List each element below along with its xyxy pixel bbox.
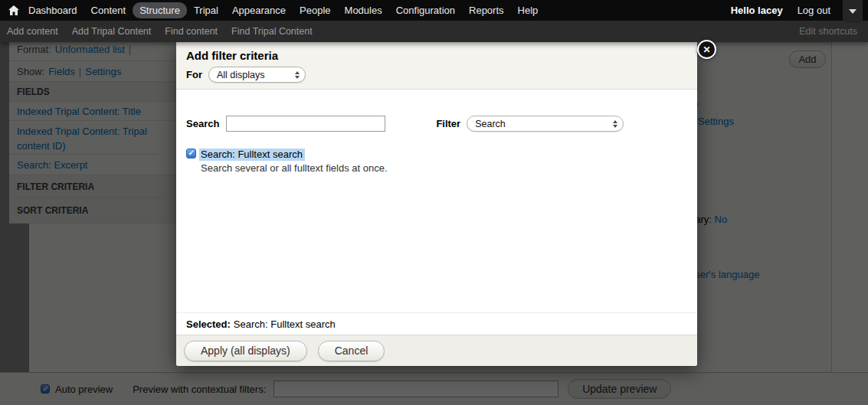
search-input[interactable]: [226, 116, 385, 132]
menu-item-people[interactable]: People: [293, 2, 337, 18]
chevron-down-icon: [849, 9, 857, 14]
user-greeting: Hello lacey: [723, 2, 791, 18]
fulltext-option-row: Search: Fulltext search: [186, 149, 305, 161]
modal-title: Add filter criteria: [186, 49, 687, 62]
apply-button[interactable]: Apply (all displays): [184, 341, 307, 361]
selected-summary: Selected: Search: Fulltext search: [176, 312, 697, 335]
filter-label: Filter: [436, 118, 460, 129]
for-row: For All displays: [186, 67, 687, 83]
toolbar-right: Hello lacey Log out: [723, 2, 837, 18]
shortcut-find-tripal-content[interactable]: Find Tripal Content: [224, 23, 319, 40]
logout-link[interactable]: Log out: [791, 2, 837, 18]
select-arrows-icon: [295, 71, 300, 79]
menu-item-reports[interactable]: Reports: [462, 2, 511, 18]
home-icon[interactable]: [8, 5, 19, 15]
menu-item-tripal[interactable]: Tripal: [187, 2, 225, 18]
shortcut-bar: Add content Add Tripal Content Find cont…: [0, 21, 868, 42]
for-displays-select[interactable]: All displays: [208, 67, 306, 83]
menu-item-dashboard[interactable]: Dashboard: [21, 2, 84, 18]
menu-item-help[interactable]: Help: [511, 2, 545, 18]
modal-footer: Apply (all displays) Cancel: [176, 335, 697, 366]
menu-item-configuration[interactable]: Configuration: [389, 2, 462, 18]
edit-shortcuts-link[interactable]: Edit shortcuts: [792, 23, 868, 40]
modal-close-button[interactable]: ✕: [697, 40, 716, 59]
toolbar-toggle-button[interactable]: [843, 0, 863, 23]
menu-item-structure[interactable]: Structure: [133, 2, 187, 18]
selected-value: Search: Fulltext search: [234, 318, 336, 330]
fulltext-option-checkbox[interactable]: [186, 149, 196, 158]
filter-select-value: Search: [475, 119, 506, 129]
shortcut-add-tripal-content[interactable]: Add Tripal Content: [65, 23, 159, 40]
admin-menu: Dashboard Content Structure Tripal Appea…: [21, 2, 545, 18]
add-filter-criteria-modal: Add filter criteria For All displays Sea…: [176, 42, 697, 366]
for-label: For: [186, 69, 202, 80]
close-icon: ✕: [703, 45, 710, 54]
shortcut-add-content[interactable]: Add content: [0, 23, 65, 40]
selected-label: Selected:: [186, 318, 231, 330]
filter-select[interactable]: Search: [467, 116, 624, 132]
search-filter-row: Search Filter Search: [186, 116, 687, 132]
app-window: Dashboard Content Structure Tripal Appea…: [0, 0, 868, 405]
search-label: Search: [186, 118, 219, 129]
cancel-button[interactable]: Cancel: [318, 341, 385, 361]
menu-item-content[interactable]: Content: [84, 2, 133, 18]
fulltext-option-description: Search several or all fulltext fields at…: [201, 162, 388, 174]
menu-item-modules[interactable]: Modules: [338, 2, 389, 18]
modal-header: Add filter criteria For All displays: [176, 42, 697, 90]
select-arrows-icon: [613, 120, 617, 128]
fulltext-option-label[interactable]: Search: Fulltext search: [199, 149, 305, 161]
menu-item-appearance[interactable]: Appearance: [225, 2, 293, 18]
admin-toolbar: Dashboard Content Structure Tripal Appea…: [0, 0, 868, 21]
for-select-value: All displays: [217, 70, 265, 80]
shortcut-find-content[interactable]: Find content: [158, 23, 224, 40]
